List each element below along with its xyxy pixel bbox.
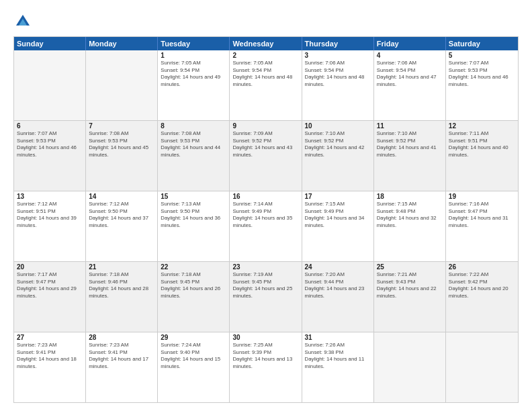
day-info: Sunrise: 7:17 AMSunset: 9:47 PMDaylight:… — [17, 271, 83, 300]
calendar-cell: 25Sunrise: 7:21 AMSunset: 9:43 PMDayligh… — [374, 262, 446, 332]
day-number: 24 — [305, 263, 371, 271]
day-number: 4 — [377, 52, 443, 59]
calendar-cell: 14Sunrise: 7:12 AMSunset: 9:50 PMDayligh… — [86, 191, 158, 261]
logo — [13, 12, 35, 31]
calendar-cell: 10Sunrise: 7:10 AMSunset: 9:52 PMDayligh… — [302, 121, 374, 191]
day-info: Sunrise: 7:19 AMSunset: 9:45 PMDaylight:… — [232, 271, 298, 300]
day-number: 8 — [161, 122, 226, 130]
day-number: 20 — [17, 263, 83, 271]
day-number: 19 — [449, 193, 515, 200]
weekday-header: Thursday — [302, 37, 374, 50]
calendar-cell: 2Sunrise: 7:05 AMSunset: 9:54 PMDaylight… — [230, 50, 302, 120]
calendar-cell: 19Sunrise: 7:16 AMSunset: 9:47 PMDayligh… — [446, 191, 518, 261]
weekday-header: Sunday — [14, 37, 86, 50]
day-number: 5 — [449, 52, 515, 59]
calendar-cell: 13Sunrise: 7:12 AMSunset: 9:51 PMDayligh… — [14, 191, 86, 261]
header — [13, 12, 519, 31]
calendar-cell — [86, 50, 158, 120]
calendar-cell — [14, 50, 86, 120]
day-number: 10 — [305, 122, 371, 130]
calendar-cell: 18Sunrise: 7:15 AMSunset: 9:48 PMDayligh… — [374, 191, 446, 261]
weekday-header: Friday — [374, 37, 446, 50]
day-number: 30 — [232, 334, 298, 341]
calendar-cell: 4Sunrise: 7:06 AMSunset: 9:54 PMDaylight… — [374, 50, 446, 120]
page: SundayMondayTuesdayWednesdayThursdayFrid… — [0, 0, 532, 411]
day-number: 23 — [232, 263, 298, 271]
calendar-cell: 27Sunrise: 7:23 AMSunset: 9:41 PMDayligh… — [14, 332, 86, 402]
calendar-cell: 22Sunrise: 7:18 AMSunset: 9:45 PMDayligh… — [158, 262, 230, 332]
calendar-row: 27Sunrise: 7:23 AMSunset: 9:41 PMDayligh… — [14, 332, 518, 402]
day-info: Sunrise: 7:07 AMSunset: 9:53 PMDaylight:… — [17, 130, 83, 158]
calendar-cell: 31Sunrise: 7:26 AMSunset: 9:38 PMDayligh… — [302, 332, 374, 402]
day-info: Sunrise: 7:23 AMSunset: 9:41 PMDaylight:… — [89, 342, 154, 370]
day-number: 16 — [232, 193, 298, 200]
calendar-row: 20Sunrise: 7:17 AMSunset: 9:47 PMDayligh… — [14, 261, 518, 332]
calendar-cell: 26Sunrise: 7:22 AMSunset: 9:42 PMDayligh… — [446, 262, 518, 332]
weekday-header: Wednesday — [230, 37, 302, 50]
day-number: 7 — [89, 122, 154, 130]
weekday-header: Monday — [86, 37, 158, 50]
calendar-cell: 9Sunrise: 7:09 AMSunset: 9:52 PMDaylight… — [230, 121, 302, 191]
calendar-cell: 17Sunrise: 7:15 AMSunset: 9:49 PMDayligh… — [302, 191, 374, 261]
calendar-cell: 30Sunrise: 7:25 AMSunset: 9:39 PMDayligh… — [230, 332, 302, 402]
day-number: 6 — [17, 122, 83, 130]
calendar-cell — [446, 332, 518, 402]
day-info: Sunrise: 7:08 AMSunset: 9:53 PMDaylight:… — [161, 130, 226, 158]
day-info: Sunrise: 7:25 AMSunset: 9:39 PMDaylight:… — [232, 342, 298, 370]
day-info: Sunrise: 7:15 AMSunset: 9:48 PMDaylight:… — [377, 201, 443, 229]
day-number: 14 — [89, 193, 154, 200]
day-info: Sunrise: 7:26 AMSunset: 9:38 PMDaylight:… — [305, 342, 371, 370]
day-number: 25 — [377, 263, 443, 271]
day-number: 13 — [17, 193, 83, 200]
day-number: 27 — [17, 334, 83, 341]
day-info: Sunrise: 7:08 AMSunset: 9:53 PMDaylight:… — [89, 130, 154, 158]
day-info: Sunrise: 7:22 AMSunset: 9:42 PMDaylight:… — [449, 271, 515, 300]
calendar-cell: 8Sunrise: 7:08 AMSunset: 9:53 PMDaylight… — [158, 121, 230, 191]
calendar-cell — [374, 332, 446, 402]
day-info: Sunrise: 7:07 AMSunset: 9:53 PMDaylight:… — [449, 60, 515, 88]
day-info: Sunrise: 7:05 AMSunset: 9:54 PMDaylight:… — [232, 60, 298, 88]
day-info: Sunrise: 7:10 AMSunset: 9:52 PMDaylight:… — [305, 130, 371, 158]
day-number: 29 — [161, 334, 226, 341]
day-info: Sunrise: 7:21 AMSunset: 9:43 PMDaylight:… — [377, 271, 443, 300]
calendar-cell: 5Sunrise: 7:07 AMSunset: 9:53 PMDaylight… — [446, 50, 518, 120]
calendar-cell: 24Sunrise: 7:20 AMSunset: 9:44 PMDayligh… — [302, 262, 374, 332]
calendar-cell: 12Sunrise: 7:11 AMSunset: 9:51 PMDayligh… — [446, 121, 518, 191]
calendar-cell: 15Sunrise: 7:13 AMSunset: 9:50 PMDayligh… — [158, 191, 230, 261]
calendar-cell: 20Sunrise: 7:17 AMSunset: 9:47 PMDayligh… — [14, 262, 86, 332]
day-number: 26 — [449, 263, 515, 271]
day-info: Sunrise: 7:18 AMSunset: 9:45 PMDaylight:… — [161, 271, 226, 300]
day-number: 12 — [449, 122, 515, 130]
day-info: Sunrise: 7:14 AMSunset: 9:49 PMDaylight:… — [232, 201, 298, 229]
day-info: Sunrise: 7:10 AMSunset: 9:52 PMDaylight:… — [377, 130, 443, 158]
day-number: 22 — [161, 263, 226, 271]
day-info: Sunrise: 7:06 AMSunset: 9:54 PMDaylight:… — [377, 60, 443, 88]
day-info: Sunrise: 7:16 AMSunset: 9:47 PMDaylight:… — [449, 201, 515, 229]
day-number: 9 — [232, 122, 298, 130]
day-info: Sunrise: 7:23 AMSunset: 9:41 PMDaylight:… — [17, 342, 83, 370]
calendar-cell: 29Sunrise: 7:24 AMSunset: 9:40 PMDayligh… — [158, 332, 230, 402]
day-info: Sunrise: 7:15 AMSunset: 9:49 PMDaylight:… — [305, 201, 371, 229]
calendar-cell: 6Sunrise: 7:07 AMSunset: 9:53 PMDaylight… — [14, 121, 86, 191]
calendar-cell: 11Sunrise: 7:10 AMSunset: 9:52 PMDayligh… — [374, 121, 446, 191]
day-number: 1 — [161, 52, 226, 59]
day-number: 21 — [89, 263, 154, 271]
calendar-row: 1Sunrise: 7:05 AMSunset: 9:54 PMDaylight… — [14, 50, 518, 120]
day-number: 2 — [232, 52, 298, 59]
day-info: Sunrise: 7:18 AMSunset: 9:46 PMDaylight:… — [89, 271, 154, 300]
day-info: Sunrise: 7:20 AMSunset: 9:44 PMDaylight:… — [305, 271, 371, 300]
day-number: 17 — [305, 193, 371, 200]
calendar-cell: 28Sunrise: 7:23 AMSunset: 9:41 PMDayligh… — [86, 332, 158, 402]
calendar-body: 1Sunrise: 7:05 AMSunset: 9:54 PMDaylight… — [14, 50, 518, 402]
day-number: 11 — [377, 122, 443, 130]
day-number: 18 — [377, 193, 443, 200]
day-info: Sunrise: 7:11 AMSunset: 9:51 PMDaylight:… — [449, 130, 515, 158]
day-number: 3 — [305, 52, 371, 59]
day-info: Sunrise: 7:12 AMSunset: 9:51 PMDaylight:… — [17, 201, 83, 229]
day-number: 15 — [161, 193, 226, 200]
day-info: Sunrise: 7:12 AMSunset: 9:50 PMDaylight:… — [89, 201, 154, 229]
calendar-cell: 23Sunrise: 7:19 AMSunset: 9:45 PMDayligh… — [230, 262, 302, 332]
day-info: Sunrise: 7:13 AMSunset: 9:50 PMDaylight:… — [161, 201, 226, 229]
calendar-header: SundayMondayTuesdayWednesdayThursdayFrid… — [14, 37, 518, 50]
day-info: Sunrise: 7:24 AMSunset: 9:40 PMDaylight:… — [161, 342, 226, 370]
